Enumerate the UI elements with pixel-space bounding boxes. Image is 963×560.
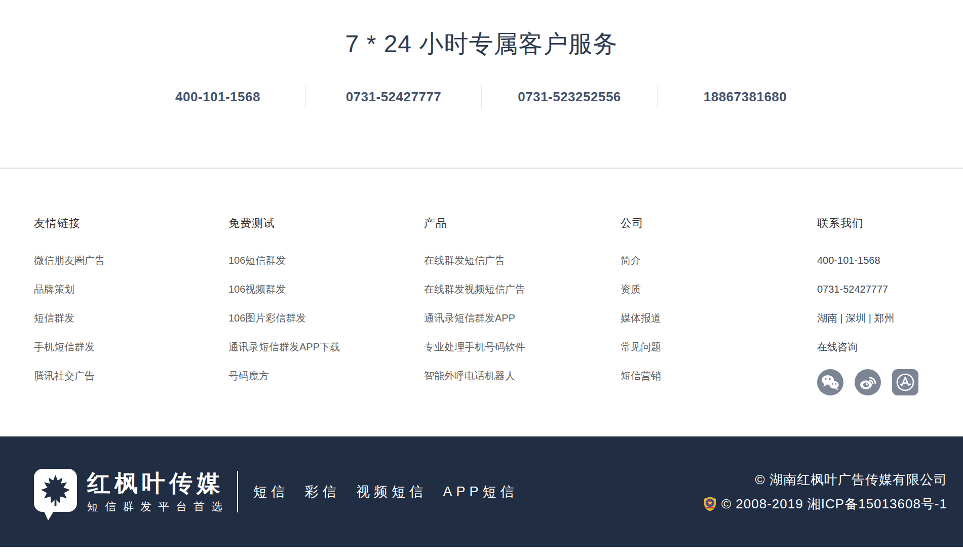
footer-link[interactable]: 通讯录短信群发APP下载 [228,340,424,353]
footer-link[interactable]: 106图片彩信群发 [228,311,424,325]
hotline-row: 400-101-1568 0731-52427777 0731-52325255… [0,85,963,108]
footer-link[interactable]: 短信营销 [621,369,817,382]
footer-link[interactable]: 微信朋友圈广告 [34,254,228,267]
bottom-bar: 红枫叶传媒 短信群发平台首选 短信 彩信 视频短信 APP短信 © 湖南红枫叶广… [0,436,963,547]
social-icons [817,369,963,395]
online-consult-link[interactable]: 在线咨询 [817,340,963,353]
hotline-number-1: 400-101-1568 [130,89,305,105]
footer-link[interactable]: 通讯录短信群发APP [424,311,621,325]
brand-name: 红枫叶传媒 [87,470,229,496]
footer-link[interactable]: 常见问题 [621,340,817,353]
company-copyright: © 湖南红枫叶广告传媒有限公司 [703,471,947,488]
customer-service-section: 7 * 24 小时专属客户服务 400-101-1568 0731-524277… [0,0,963,108]
brand-divider [237,471,238,512]
column-friend-links: 友情链接 微信朋友圈广告 品牌策划 短信群发 手机短信群发 腾讯社交广告 [34,215,228,398]
icp-number[interactable]: © 2008-2019 湘ICP备15013608号-1 [721,495,947,512]
brand-block: 红枫叶传媒 短信群发平台首选 [87,470,229,513]
contact-phone-2: 0731-52427777 [817,283,963,296]
footer-link[interactable]: 手机短信群发 [34,340,228,353]
footer-link[interactable]: 106短信群发 [228,254,424,267]
appstore-icon[interactable] [892,369,918,395]
column-title: 公司 [621,215,817,231]
footer-link[interactable]: 在线群发视频短信广告 [424,283,621,296]
hotline-number-2: 0731-52427777 [306,89,481,105]
column-title: 产品 [424,215,621,231]
footer-link[interactable]: 简介 [621,254,817,267]
footer-link[interactable]: 号码魔方 [228,369,424,382]
maple-leaf-logo-icon [34,469,77,522]
column-products: 产品 在线群发短信广告 在线群发视频短信广告 通讯录短信群发APP 专业处理手机… [424,215,621,398]
column-title: 友情链接 [34,215,228,231]
page-title: 7 * 24 小时专属客户服务 [0,28,963,60]
wechat-icon[interactable] [817,369,843,395]
column-company: 公司 简介 资质 媒体报道 常见问题 短信营销 [621,215,817,398]
column-title: 联系我们 [817,215,963,231]
column-title: 免费测试 [228,215,424,231]
weibo-icon[interactable] [855,369,881,395]
footer-link[interactable]: 腾讯社交广告 [34,369,228,382]
footer-link[interactable]: 资质 [621,283,817,296]
footer-link[interactable]: 智能外呼电话机器人 [424,369,621,382]
footer-link[interactable]: 媒体报道 [621,311,817,325]
column-contact: 联系我们 400-101-1568 0731-52427777 湖南 | 深圳 … [817,215,963,398]
footer-link[interactable]: 品牌策划 [34,283,228,296]
footer-link[interactable]: 专业处理手机号码软件 [424,340,621,353]
police-badge-icon [703,496,717,511]
contact-phone-1: 400-101-1568 [817,254,963,267]
brand-tagline: 短信群发平台首选 [87,501,229,513]
contact-locations: 湖南 | 深圳 | 郑州 [817,311,963,325]
hotline-number-3: 0731-523252556 [482,89,657,105]
footer-link[interactable]: 短信群发 [34,311,228,325]
hotline-number-4: 18867381680 [658,89,833,105]
services-list: 短信 彩信 视频短信 APP短信 [253,483,518,501]
column-free-test: 免费测试 106短信群发 106视频群发 106图片彩信群发 通讯录短信群发AP… [228,215,424,398]
footer-links-section: 友情链接 微信朋友圈广告 品牌策划 短信群发 手机短信群发 腾讯社交广告 免费测… [0,215,963,398]
section-divider [0,168,963,169]
copyright-block: © 湖南红枫叶广告传媒有限公司 © 2008-2019 湘ICP备1501360… [703,471,947,512]
footer-link[interactable]: 106视频群发 [228,283,424,296]
footer-link[interactable]: 在线群发短信广告 [424,254,621,267]
